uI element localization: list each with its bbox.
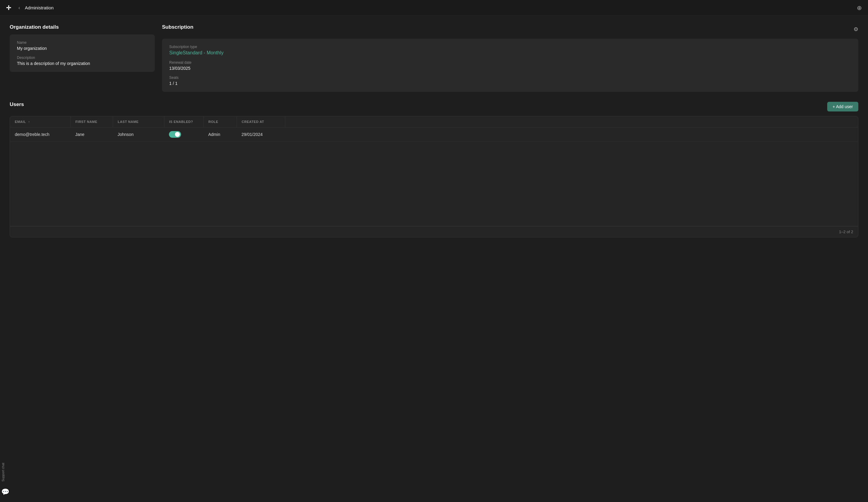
renewal-date-value: 13/03/2025 — [169, 66, 851, 71]
sort-asc-icon: ↑ — [28, 120, 30, 124]
subscription-type-field: Subscription type SingleStandard - Month… — [169, 45, 851, 55]
col-header-actions — [285, 116, 858, 127]
org-name-label: Name — [17, 41, 147, 45]
seats-value: 1 / 1 — [169, 81, 851, 86]
top-nav: ✛ ‹ Administration ⊕ — [0, 0, 868, 16]
page-title: Administration — [25, 5, 53, 10]
cell-createdat: 29/01/2024 — [237, 127, 285, 142]
pagination-text: 1–2 of 2 — [839, 230, 853, 234]
seats-field: Seats 1 / 1 — [169, 75, 851, 86]
enabled-toggle[interactable] — [169, 131, 181, 138]
cell-firstname: Jane — [70, 127, 113, 142]
toggle-slider — [169, 131, 181, 138]
subscription-section: Subscription ⚙ Subscription type SingleS… — [162, 24, 858, 92]
cell-lastname: Johnson — [113, 127, 164, 142]
table-pagination: 1–2 of 2 — [10, 226, 858, 237]
seats-label: Seats — [169, 75, 851, 80]
org-card: Name My organization Description This is… — [10, 34, 155, 72]
subscription-type-value: SingleStandard - Monthly — [169, 50, 851, 55]
top-sections: Organization details Name My organizatio… — [10, 24, 858, 92]
subscription-type-label: Subscription type — [169, 45, 851, 49]
users-table: EMAIL ↑ FIRST NAME LAST NAME IS ENABLED?… — [10, 116, 858, 226]
org-description-label: Description — [17, 55, 147, 60]
cell-actions — [285, 127, 858, 142]
subscription-settings-button[interactable]: ⚙ — [854, 26, 858, 33]
download-icon[interactable]: ⊕ — [857, 4, 862, 11]
users-section-title: Users — [10, 102, 24, 107]
main-content: Organization details Name My organizatio… — [0, 16, 868, 246]
col-header-firstname[interactable]: FIRST NAME — [70, 116, 113, 127]
app-logo: ✛ — [6, 4, 11, 11]
col-header-createdat[interactable]: CREATED AT — [237, 116, 285, 127]
support-chat-icon[interactable]: 💬 — [1, 488, 9, 496]
renewal-date-field: Renewal date 13/03/2025 — [169, 60, 851, 71]
users-header: Users + Add user — [10, 102, 858, 112]
subscription-header: Subscription ⚙ — [162, 24, 858, 34]
col-header-isenabled[interactable]: IS ENABLED? — [164, 116, 204, 127]
cell-email: demo@treble.tech — [10, 127, 70, 142]
subscription-card: Subscription type SingleStandard - Month… — [162, 39, 858, 92]
back-button[interactable]: ‹ — [16, 4, 22, 12]
org-name-value: My organization — [17, 46, 147, 51]
renewal-date-label: Renewal date — [169, 60, 851, 65]
support-chat-label[interactable]: Support chat — [0, 460, 6, 484]
subscription-section-title: Subscription — [162, 24, 194, 30]
col-header-role[interactable]: ROLE — [204, 116, 237, 127]
org-section-title: Organization details — [10, 24, 155, 30]
org-section: Organization details Name My organizatio… — [10, 24, 155, 92]
users-section: Users + Add user EMAIL ↑ FIRST NAME LAST… — [10, 102, 858, 238]
cell-isenabled[interactable] — [164, 127, 204, 142]
org-description-value: This is a description of my organization — [17, 61, 147, 66]
cell-role: Admin — [204, 127, 237, 142]
users-table-wrapper: EMAIL ↑ FIRST NAME LAST NAME IS ENABLED?… — [10, 116, 858, 238]
empty-table-space — [10, 142, 858, 226]
org-name-field: Name My organization — [17, 41, 147, 51]
table-header-row: EMAIL ↑ FIRST NAME LAST NAME IS ENABLED?… — [10, 116, 858, 127]
add-user-button[interactable]: + Add user — [827, 102, 858, 112]
col-header-lastname[interactable]: LAST NAME — [113, 116, 164, 127]
org-description-field: Description This is a description of my … — [17, 55, 147, 66]
table-row: demo@treble.tech Jane Johnson Admin 29/0… — [10, 127, 858, 142]
col-header-email[interactable]: EMAIL ↑ — [10, 116, 70, 127]
